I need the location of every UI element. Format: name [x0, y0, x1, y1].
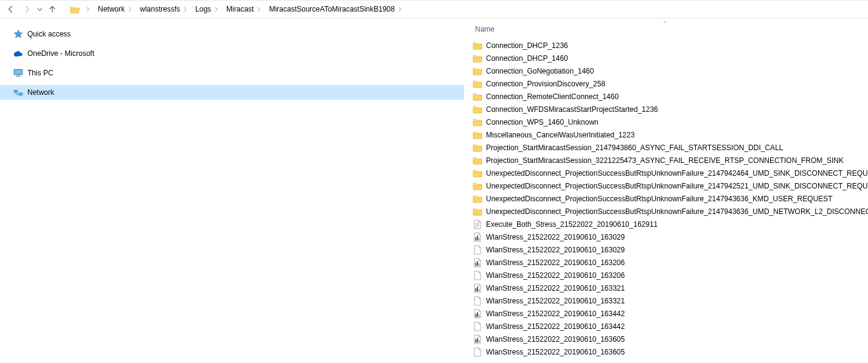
chart-icon [473, 258, 482, 268]
file-item[interactable]: WlanStress_21522022_20190610_163321 [471, 282, 868, 294]
chart-icon [473, 334, 482, 344]
folder-icon [473, 207, 482, 216]
file-name-label: WlanStress_21522022_20190610_163321 [486, 297, 625, 305]
file-item[interactable]: WlanStress_21522022_20190610_163605 [471, 333, 868, 345]
folder-item[interactable]: Miscellaneous_CancelWasUserInitiated_122… [471, 128, 868, 141]
folder-item[interactable]: Connection_DHCP_1236 [471, 39, 868, 52]
file-name-label: Connection_WPS_1460_Unknown [486, 118, 599, 126]
breadcrumb-label: MiracastSourceAToMiracastSinkB1908 [269, 5, 395, 13]
file-item[interactable]: WlanStress_21522022_20190610_163029 [471, 243, 868, 256]
chevron-right-icon[interactable] [125, 7, 135, 12]
address-toolbar: NetworkwlanstressfsLogsMiracastMiracastS… [0, 0, 868, 18]
blank-icon [473, 296, 482, 306]
folder-icon [473, 194, 482, 204]
folder-icon [473, 130, 482, 140]
folder-item[interactable]: Connection_DHCP_1460 [471, 52, 868, 64]
file-name-label: WlanStress_21522022_20190610_163029 [486, 233, 625, 241]
file-name-label: UnexpectedDisconnect_ProjectionSuccessBu… [486, 207, 868, 216]
breadcrumb-label: wlanstressfs [140, 5, 180, 13]
file-name-label: Connection_RemoteClientConnect_1460 [486, 92, 619, 101]
breadcrumb-segment[interactable]: wlanstressfs [136, 1, 192, 18]
file-name-label: Projection_StartMiracastSession_21479438… [486, 143, 783, 152]
folder-item[interactable]: Projection_StartMiracastSession_32212254… [471, 154, 868, 167]
chart-icon [473, 309, 482, 319]
back-button[interactable] [4, 2, 18, 16]
breadcrumb-segment[interactable]: Miracast [223, 1, 265, 18]
breadcrumb-segment[interactable]: MiracastSourceAToMiracastSinkB1908 [265, 1, 406, 18]
network-icon [13, 88, 23, 97]
file-name-label: Execute_Both_Stress_21522022_20190610_16… [486, 220, 658, 229]
file-list-pane: Name ⌃ Connection_DHCP_1236Connection_DH… [464, 18, 868, 363]
file-name-label: WlanStress_21522022_20190610_163442 [486, 309, 625, 318]
blank-icon [473, 347, 482, 357]
file-name-label: Connection_WFDSMiracastStartProjectStart… [486, 105, 658, 114]
folder-icon [473, 156, 482, 165]
breadcrumb-label: Network [98, 5, 125, 13]
folder-item[interactable]: UnexpectedDisconnect_ProjectionSuccessBu… [471, 179, 868, 192]
file-name-label: Connection_ProvisionDiscovery_258 [486, 80, 605, 88]
folder-item[interactable]: Connection_WFDSMiracastStartProjectStart… [471, 103, 868, 116]
file-name-label: WlanStress_21522022_20190610_163206 [486, 258, 625, 267]
file-name-label: Connection_GoNegotiation_1460 [486, 67, 594, 75]
address-folder-icon [69, 4, 80, 15]
chevron-right-icon[interactable] [254, 7, 264, 12]
folder-icon [473, 105, 482, 114]
folder-item[interactable]: Connection_ProvisionDiscovery_258 [471, 77, 868, 90]
file-item[interactable]: WlanStress_21522022_20190610_163605 [471, 345, 868, 358]
chart-icon [473, 283, 482, 293]
nav-network[interactable]: Network [0, 85, 464, 100]
folder-item[interactable]: UnexpectedDisconnect_ProjectionSuccessBu… [471, 192, 868, 205]
folder-icon [473, 117, 482, 127]
star-icon [13, 29, 23, 39]
nav-label: Network [27, 88, 54, 97]
nav-quick-access[interactable]: Quick access [0, 27, 464, 41]
file-item[interactable]: WlanStress_21522022_20190610_163321 [471, 294, 868, 307]
chevron-right-icon[interactable] [395, 7, 405, 12]
navigation-pane: Quick access OneDrive - Microsoft This P… [0, 18, 464, 363]
folder-item[interactable]: Connection_GoNegotiation_1460 [471, 64, 868, 77]
file-item[interactable]: WlanStress_21522022_20190610_163442 [471, 307, 868, 320]
file-item[interactable]: Execute_Both_Stress_21522022_20190610_16… [471, 218, 868, 230]
file-name-label: UnexpectedDisconnect_ProjectionSuccessBu… [486, 195, 833, 203]
chevron-right-icon[interactable] [180, 7, 190, 12]
file-name-label: Miscellaneous_CancelWasUserInitiated_122… [486, 131, 634, 139]
breadcrumb-label: Miracast [226, 5, 254, 13]
up-button[interactable] [45, 2, 60, 16]
folder-item[interactable]: Connection_WPS_1460_Unknown [471, 116, 868, 128]
recent-locations-dropdown[interactable] [35, 2, 44, 16]
file-name-label: WlanStress_21522022_20190610_163605 [486, 348, 625, 356]
nav-onedrive[interactable]: OneDrive - Microsoft [0, 46, 464, 61]
folder-icon [473, 168, 482, 178]
blank-icon [473, 245, 482, 255]
file-item[interactable]: WlanStress_21522022_20190610_163442 [471, 320, 868, 333]
column-header-row: Name ⌃ [471, 22, 868, 36]
column-header-name[interactable]: Name [471, 25, 495, 33]
folder-item[interactable]: UnexpectedDisconnect_ProjectionSuccessBu… [471, 167, 868, 179]
nav-label: This PC [27, 69, 54, 77]
breadcrumb-label: Logs [195, 5, 211, 13]
breadcrumb-segment[interactable]: Network [94, 1, 136, 18]
file-name-label: Projection_StartMiracastSession_32212254… [486, 156, 844, 165]
chart-icon [473, 232, 482, 242]
nav-label: OneDrive - Microsoft [27, 49, 94, 58]
file-item[interactable]: WlanStress_21522022_20190610_163206 [471, 256, 868, 269]
forward-button[interactable] [19, 2, 34, 16]
nav-this-pc[interactable]: This PC [0, 66, 464, 80]
monitor-icon [13, 68, 23, 78]
folder-item[interactable]: Connection_RemoteClientConnect_1460 [471, 90, 868, 103]
text-icon [473, 220, 482, 229]
file-name-label: WlanStress_21522022_20190610_163442 [486, 322, 625, 331]
cloud-icon [13, 49, 23, 58]
folder-item[interactable]: UnexpectedDisconnect_ProjectionSuccessBu… [471, 205, 868, 218]
chevron-right-icon[interactable] [211, 7, 221, 12]
file-name-label: UnexpectedDisconnect_ProjectionSuccessBu… [486, 169, 868, 178]
file-item[interactable]: WlanStress_21522022_20190610_163029 [471, 230, 868, 243]
file-name-label: UnexpectedDisconnect_ProjectionSuccessBu… [486, 182, 868, 190]
folder-item[interactable]: Projection_StartMiracastSession_21479438… [471, 141, 868, 154]
chevron-right-icon[interactable] [83, 7, 93, 12]
breadcrumb[interactable]: NetworkwlanstressfsLogsMiracastMiracastS… [94, 1, 406, 18]
file-item[interactable]: WlanStress_21522022_20190610_163206 [471, 269, 868, 282]
blank-icon [473, 322, 482, 331]
breadcrumb-segment[interactable]: Logs [192, 1, 223, 18]
folder-icon [473, 66, 482, 76]
